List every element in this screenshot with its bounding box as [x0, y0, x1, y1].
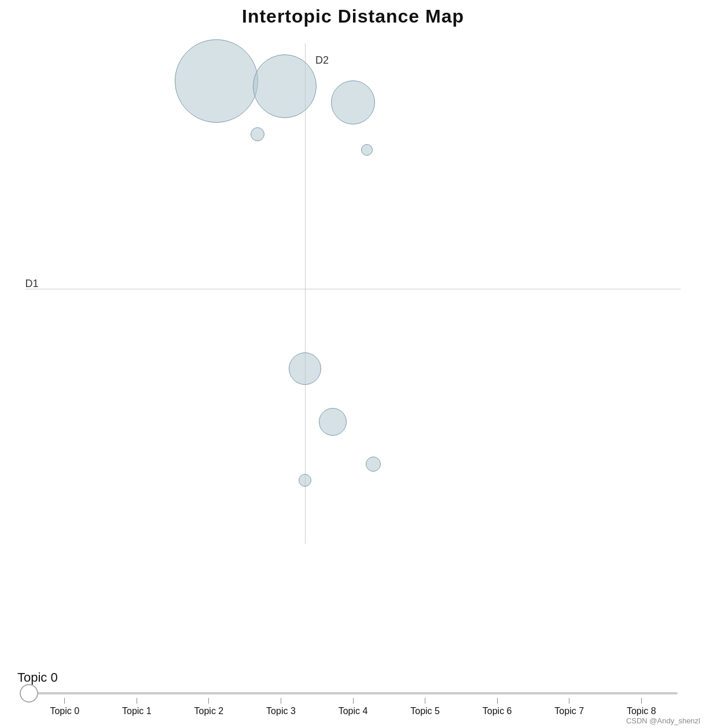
tick-label-1: Topic 1 — [122, 706, 152, 716]
tick-mark-2 — [208, 698, 209, 704]
tick-3: Topic 3 — [245, 698, 317, 716]
tick-4: Topic 4 — [317, 698, 389, 716]
tick-1: Topic 1 — [101, 698, 173, 716]
tick-mark-0 — [64, 698, 65, 704]
tick-label-7: Topic 7 — [554, 706, 584, 716]
bubble-topic-7[interactable] — [319, 408, 347, 436]
bubble-topic-8[interactable] — [366, 457, 381, 472]
chart-title: Intertopic Distance Map — [12, 6, 694, 27]
tick-label-2: Topic 2 — [194, 706, 224, 716]
tick-2: Topic 2 — [173, 698, 245, 716]
slider-track[interactable] — [29, 692, 678, 694]
tick-labels: Topic 0Topic 1Topic 2Topic 3Topic 4Topic… — [29, 698, 678, 716]
slider-thumb[interactable] — [20, 684, 38, 703]
tick-label-8: Topic 8 — [627, 706, 656, 716]
tick-mark-3 — [281, 698, 281, 704]
slider-area: Topic 0 Topic 0Topic 1Topic 2Topic 3Topi… — [12, 670, 694, 716]
bubble-topic-4[interactable] — [251, 127, 264, 141]
tick-mark-6 — [497, 698, 498, 704]
bubble-topic-1[interactable] — [175, 39, 258, 123]
tick-8: Topic 8 — [605, 698, 678, 716]
d1-label: D1 — [25, 278, 39, 290]
current-topic-label: Topic 0 — [17, 670, 694, 685]
tick-5: Topic 5 — [389, 698, 461, 716]
tick-label-4: Topic 4 — [339, 706, 368, 716]
tick-mark-4 — [353, 698, 354, 704]
bubble-topic-6[interactable] — [289, 352, 321, 385]
d2-label: D2 — [315, 54, 329, 67]
tick-0: Topic 0 — [29, 698, 101, 716]
tick-mark-1 — [137, 698, 137, 704]
slider-wrapper: Topic 0Topic 1Topic 2Topic 3Topic 4Topic… — [29, 692, 678, 716]
main-container: Intertopic Distance Map D1 D2 Topic 0 To… — [0, 0, 706, 728]
tick-label-6: Topic 6 — [483, 706, 512, 716]
plot-container: D1 D2 — [12, 33, 694, 565]
tick-label-3: Topic 3 — [266, 706, 296, 716]
tick-6: Topic 6 — [461, 698, 534, 716]
tick-mark-8 — [641, 698, 642, 704]
bubble-topic-2[interactable] — [253, 54, 317, 118]
tick-label-0: Topic 0 — [50, 706, 79, 716]
bubble-topic-5[interactable] — [361, 144, 373, 156]
watermark: CSDN @Andy_shenzl — [626, 716, 700, 725]
tick-label-5: Topic 5 — [410, 706, 440, 716]
chart-area: Intertopic Distance Map D1 D2 — [12, 6, 694, 573]
tick-mark-5 — [425, 698, 425, 704]
h-axis-line — [25, 289, 681, 289]
bubble-topic-9[interactable] — [299, 474, 311, 487]
v-axis-line — [305, 43, 306, 544]
bubble-topic-3[interactable] — [331, 80, 375, 124]
tick-7: Topic 7 — [533, 698, 605, 716]
tick-mark-7 — [569, 698, 569, 704]
